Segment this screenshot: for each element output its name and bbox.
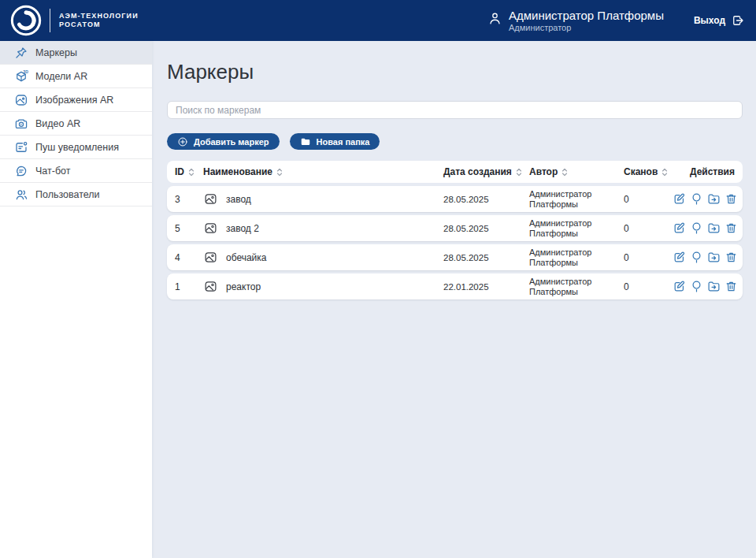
table-row: 4 обечайка 28.05.2025 Администратор Плат… (167, 244, 743, 270)
sidebar-item-markers[interactable]: Маркеры (0, 41, 152, 65)
column-header-scans[interactable]: Сканов (624, 166, 673, 177)
cell-scans: 0 (624, 223, 673, 234)
sidebar-item-label: Маркеры (35, 47, 77, 58)
chat-bot-icon (14, 164, 28, 178)
sidebar-item-ar-images[interactable]: Изображения AR (0, 88, 152, 112)
sidebar-item-label: Видео AR (35, 118, 80, 129)
sort-icon[interactable] (276, 167, 284, 177)
sidebar-item-label: Пользователи (35, 189, 100, 200)
sidebar-item-label: Модели AR (35, 71, 87, 82)
new-folder-button[interactable]: Новая папка (290, 133, 380, 150)
trash-icon (724, 192, 738, 206)
user-role: Администратор (509, 23, 664, 32)
sidebar-item-push-notifications[interactable]: Пуш уведомления (0, 136, 152, 159)
cell-scans: 0 (624, 194, 673, 205)
edit-icon (673, 192, 686, 206)
cell-name-text: завод 2 (226, 223, 259, 234)
delete-button[interactable] (724, 280, 738, 293)
location-pin-icon (690, 251, 703, 264)
push-notification-icon (14, 140, 28, 154)
edit-icon (673, 251, 686, 264)
pin-icon (14, 46, 28, 60)
edit-button[interactable] (673, 280, 686, 293)
pin-button[interactable] (690, 251, 703, 264)
sidebar-item-users[interactable]: Пользователи (0, 183, 152, 206)
cell-id: 4 (175, 252, 203, 263)
markers-table: ID Наименование Дата создания Автор Скан… (167, 161, 743, 299)
edit-icon (673, 221, 686, 235)
cell-scans: 0 (624, 281, 673, 292)
logout-button[interactable]: Выход (694, 13, 745, 28)
picture-icon (203, 251, 218, 264)
sidebar: Маркеры Модели AR Изображения AR Видео A… (0, 41, 152, 558)
table-row: 5 завод 2 28.05.2025 Администратор Платф… (167, 215, 743, 241)
column-header-author[interactable]: Автор (529, 166, 624, 177)
cell-id: 3 (175, 194, 203, 205)
sidebar-item-label: Изображения AR (35, 95, 113, 106)
search-input[interactable] (167, 101, 743, 119)
sidebar-item-label: Пуш уведомления (35, 142, 119, 153)
column-header-name[interactable]: Наименование (203, 166, 443, 177)
sidebar-item-chat-bot[interactable]: Чат-бот (0, 159, 152, 183)
add-marker-button[interactable]: Добавить маркер (167, 133, 280, 150)
move-to-folder-button[interactable] (707, 192, 721, 206)
pin-button[interactable] (690, 280, 703, 293)
sort-icon[interactable] (561, 167, 569, 177)
add-marker-label: Добавить маркер (194, 137, 269, 147)
sort-icon[interactable] (661, 167, 669, 177)
brand: АЭМ-ТЕХНОЛОГИИ РОСАТОМ (9, 4, 139, 37)
move-to-folder-button[interactable] (707, 221, 721, 235)
page-title: Маркеры (167, 60, 743, 84)
table-header-row: ID Наименование Дата создания Автор Скан… (167, 161, 743, 183)
pin-button[interactable] (690, 192, 703, 206)
cell-created: 28.05.2025 (443, 253, 529, 262)
move-to-folder-button[interactable] (707, 280, 721, 293)
cell-created: 22.01.2025 (443, 282, 529, 292)
sidebar-item-ar-models[interactable]: Модели AR (0, 65, 152, 88)
user-block: Администратор Платформы Администратор (487, 9, 664, 32)
cell-author: Администратор Платформы (529, 247, 624, 267)
sort-icon[interactable] (187, 167, 195, 177)
cell-scans: 0 (624, 252, 673, 263)
folder-move-icon (707, 280, 721, 293)
trash-icon (724, 221, 738, 235)
logout-icon (731, 13, 745, 28)
picture-icon (203, 221, 218, 235)
move-to-folder-button[interactable] (707, 251, 721, 264)
edit-button[interactable] (673, 221, 686, 235)
folder-move-icon (707, 251, 721, 264)
user-icon (487, 11, 502, 26)
delete-button[interactable] (724, 192, 738, 206)
table-row: 1 реактор 22.01.2025 Администратор Платф… (167, 273, 743, 299)
edit-button[interactable] (673, 192, 686, 206)
column-header-created[interactable]: Дата создания (443, 166, 529, 177)
image-icon (14, 93, 28, 107)
edit-icon (673, 280, 686, 293)
sort-icon[interactable] (515, 167, 523, 177)
folder-move-icon (707, 221, 721, 235)
edit-button[interactable] (673, 251, 686, 264)
cell-id: 5 (175, 223, 203, 234)
location-pin-icon (690, 192, 703, 206)
cell-author: Администратор Платформы (529, 277, 624, 296)
delete-button[interactable] (724, 251, 738, 264)
trash-icon (724, 251, 738, 264)
folder-move-icon (707, 192, 721, 206)
brand-line2: РОСАТОМ (59, 20, 139, 29)
sidebar-item-ar-video[interactable]: Видео AR (0, 112, 152, 136)
trash-icon (724, 280, 738, 293)
folder-icon (300, 136, 311, 147)
sidebar-item-label: Чат-бот (35, 166, 70, 177)
new-folder-label: Новая папка (317, 137, 370, 147)
plus-circle-icon (177, 136, 188, 147)
pin-button[interactable] (690, 221, 703, 235)
cell-name-text: обечайка (226, 252, 267, 263)
cube-3d-icon (14, 69, 28, 84)
cell-id: 1 (175, 281, 203, 292)
picture-icon (203, 280, 218, 293)
cell-created: 28.05.2025 (443, 195, 529, 204)
cell-name-text: реактор (226, 281, 261, 292)
delete-button[interactable] (724, 221, 738, 235)
column-header-id[interactable]: ID (175, 166, 203, 177)
location-pin-icon (690, 221, 703, 235)
